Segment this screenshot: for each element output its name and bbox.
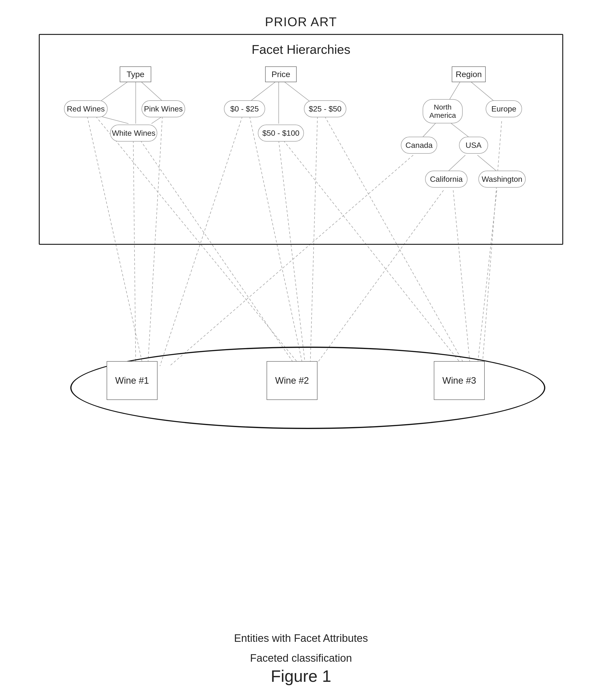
node-type: Type [120,67,151,82]
main-container: Facet Hierarchies Type Price Region Red … [39,34,563,622]
entity-wine1: Wine #1 [107,361,157,400]
node-red-wines: Red Wines [64,100,108,117]
node-pink-wines: Pink Wines [142,100,185,117]
page-title: PRIOR ART [0,0,602,29]
entity-wine2: Wine #2 [267,361,318,400]
entity-wine3: Wine #3 [434,361,485,400]
facet-hierarchies-box: Facet Hierarchies Type Price Region Red … [39,34,563,245]
entities-label: Entities with Facet Attributes [39,632,563,644]
facet-box-title: Facet Hierarchies [40,35,562,57]
node-price-50-100: $50 - $100 [258,125,304,142]
node-usa: USA [459,137,488,154]
node-washington: Washington [478,171,526,188]
node-europe: Europe [486,100,522,117]
node-california: California [425,171,468,188]
node-north-america: North America [423,99,463,123]
node-price-25-50: $25 - $50 [304,100,346,117]
node-canada: Canada [401,137,437,154]
caption-title: Figure 1 [0,667,602,685]
node-region: Region [452,67,486,82]
node-price: Price [265,67,297,82]
caption-subtitle: Faceted classification [0,652,602,664]
node-white-wines: White Wines [110,125,157,142]
node-price-0-25: $0 - $25 [224,100,265,117]
caption-area: Faceted classification Figure 1 [0,652,602,685]
